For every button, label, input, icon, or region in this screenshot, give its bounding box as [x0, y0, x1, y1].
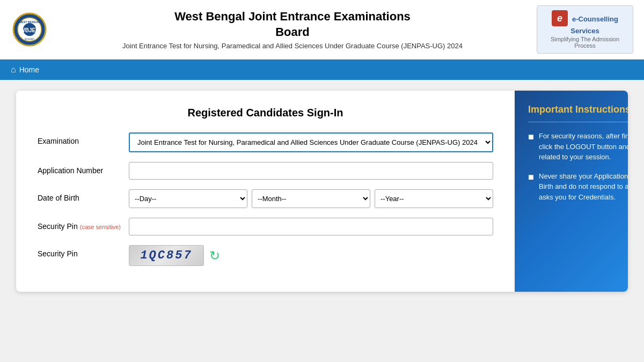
header-title-block: West Bengal Joint Entrance Examinations …	[48, 9, 537, 50]
captcha-image: 1QC857	[129, 245, 204, 266]
svg-text:BOARD: BOARD	[25, 38, 34, 41]
instructions-title: Important Instructions	[528, 104, 628, 115]
e-icon: e	[552, 10, 568, 26]
form-panel: Registered Candidates Sign-In Examinatio…	[16, 91, 515, 292]
refresh-captcha-button[interactable]: ↻	[209, 248, 220, 263]
examination-select[interactable]: Joint Entrance Test for Nursing, Paramed…	[129, 132, 493, 152]
instruction-text-1: For security reasons, after finishing yo…	[539, 131, 628, 162]
bullet-2: ■	[528, 172, 535, 182]
board-title: West Bengal Joint Entrance Examinations …	[48, 9, 537, 40]
navbar: ⌂ Home	[0, 60, 644, 80]
dob-year-select[interactable]: --Year--	[375, 189, 493, 208]
instructions-divider	[528, 122, 628, 122]
signin-card: Registered Candidates Sign-In Examinatio…	[16, 91, 628, 292]
home-label: Home	[19, 65, 39, 74]
svg-text:WBJEE: WBJEE	[20, 27, 39, 33]
instruction-item-2: ■ Never share your Application/Roll Numb…	[528, 171, 628, 203]
dob-group: Date of Birth --Day-- --Month-- --Year--	[38, 189, 493, 208]
application-number-group: Application Number	[38, 162, 493, 180]
dob-label: Date of Birth	[38, 189, 129, 202]
security-pin-input[interactable]	[129, 218, 493, 235]
examination-group: Examination Joint Entrance Test for Nurs…	[38, 132, 493, 152]
ecounselling-logo: e e-Counselling Services Simplifying The…	[537, 5, 633, 54]
instruction-text-2: Never share your Application/Roll Number…	[539, 171, 628, 203]
security-pin-input-group: Security Pin (case sensitive)	[38, 218, 493, 235]
application-number-label: Application Number	[38, 162, 129, 175]
wbjee-logo: WBJEE WEST BENGAL BOARD	[11, 11, 48, 48]
refresh-icon: ↻	[209, 248, 220, 263]
application-number-input[interactable]	[129, 162, 493, 180]
page-header: WBJEE WEST BENGAL BOARD West Bengal Join…	[0, 0, 644, 60]
form-title: Registered Candidates Sign-In	[38, 107, 493, 119]
security-pin-input-label: Security Pin (case sensitive)	[38, 218, 129, 231]
case-note: (case sensitive)	[80, 224, 121, 230]
dob-day-select[interactable]: --Day--	[129, 189, 247, 208]
dob-month-select[interactable]: --Month--	[252, 189, 370, 208]
home-icon: ⌂	[11, 65, 16, 75]
ecounselling-brand: e-Counselling Services	[570, 15, 618, 35]
dob-selects: --Day-- --Month-- --Year--	[129, 189, 493, 208]
examination-label: Examination	[38, 132, 129, 145]
main-content: Registered Candidates Sign-In Examinatio…	[5, 80, 639, 302]
home-link[interactable]: ⌂ Home	[11, 65, 39, 75]
security-pin-captcha-label: Security Pin	[38, 245, 129, 258]
instruction-item-1: ■ For security reasons, after finishing …	[528, 131, 628, 162]
captcha-display: 1QC857 ↻	[129, 245, 220, 266]
instructions-panel: Important Instructions ■ For security re…	[515, 91, 628, 292]
bullet-1: ■	[528, 132, 535, 142]
exam-subtitle: Joint Entrance Test for Nursing, Paramed…	[48, 42, 537, 50]
security-pin-captcha-group: Security Pin 1QC857 ↻	[38, 245, 493, 266]
ecounselling-tagline: Simplifying The Admission Process	[543, 36, 627, 49]
svg-text:WEST BENGAL: WEST BENGAL	[18, 20, 40, 24]
